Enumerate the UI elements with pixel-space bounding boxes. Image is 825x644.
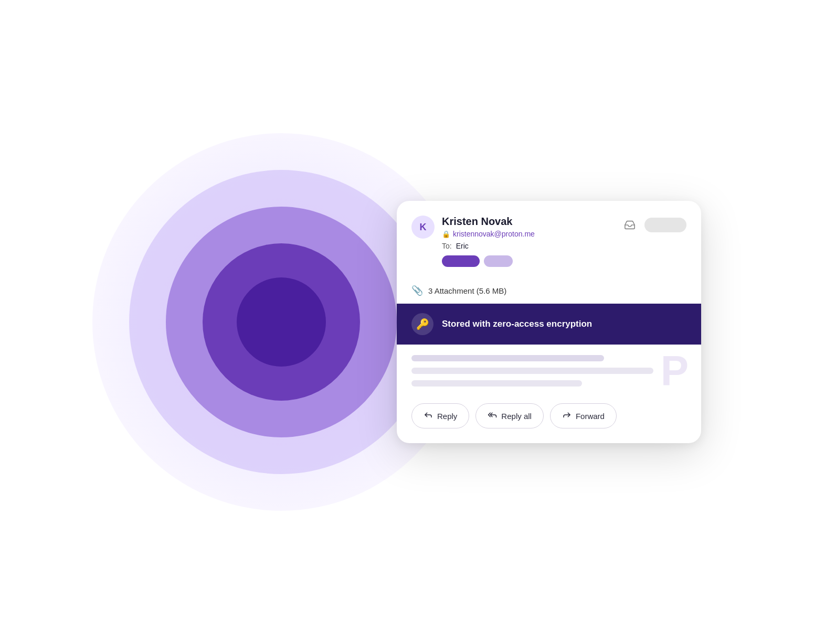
to-name: Eric: [456, 242, 469, 250]
body-line-3: [411, 380, 582, 387]
reply-button[interactable]: Reply: [411, 403, 469, 428]
card-header: K Kristen Novak 🔒 kristennovak@proton.me: [397, 201, 701, 277]
watermark: P: [661, 350, 686, 392]
forward-button[interactable]: Forward: [550, 403, 617, 428]
attachment-row: 📎 3 Attachment (5.6 MB): [397, 277, 701, 304]
attachment-text: 3 Attachment (5.6 MB): [428, 286, 506, 295]
inbox-icon[interactable]: [620, 216, 639, 234]
reply-icon: [424, 410, 433, 422]
email-card: K Kristen Novak 🔒 kristennovak@proton.me: [397, 201, 701, 443]
sender-info: K Kristen Novak 🔒 kristennovak@proton.me: [411, 216, 535, 239]
forward-label: Forward: [576, 412, 605, 421]
key-icon: 🔑: [416, 318, 429, 330]
header-pill: [644, 218, 686, 232]
reply-all-label: Reply all: [501, 412, 532, 421]
sender-name: Kristen Novak: [442, 216, 535, 228]
avatar-letter: K: [420, 222, 427, 233]
forward-icon: [562, 410, 572, 422]
encryption-banner: 🔑 Stored with zero-access encryption: [397, 304, 701, 345]
paperclip-icon: 📎: [411, 285, 423, 296]
header-actions: [620, 216, 686, 234]
tag-pill-purple: [442, 255, 480, 267]
scene: K Kristen Novak 🔒 kristennovak@proton.me: [124, 60, 701, 584]
message-body: P: [397, 345, 701, 395]
lock-icon: 🔒: [442, 230, 450, 238]
sender-email: 🔒 kristennovak@proton.me: [442, 230, 535, 238]
sender-row: K Kristen Novak 🔒 kristennovak@proton.me: [411, 216, 686, 239]
body-line-2: [411, 368, 653, 374]
encryption-text: Stored with zero-access encryption: [442, 319, 592, 329]
circle-5: [237, 277, 326, 367]
reply-all-icon: [488, 410, 497, 422]
key-icon-wrapper: 🔑: [411, 313, 433, 335]
body-lines: [411, 355, 686, 387]
action-buttons: Reply Reply all: [397, 395, 701, 443]
reply-all-button[interactable]: Reply all: [475, 403, 544, 428]
body-line-1: [411, 355, 604, 361]
to-row: To: Eric: [442, 242, 686, 250]
avatar: K: [411, 216, 435, 239]
sender-email-address: kristennovak@proton.me: [453, 230, 535, 238]
reply-label: Reply: [437, 412, 457, 421]
tag-pill-gray: [484, 255, 513, 267]
sender-details: Kristen Novak 🔒 kristennovak@proton.me: [442, 216, 535, 238]
tag-pills: [442, 255, 686, 267]
to-label: To:: [442, 242, 452, 250]
